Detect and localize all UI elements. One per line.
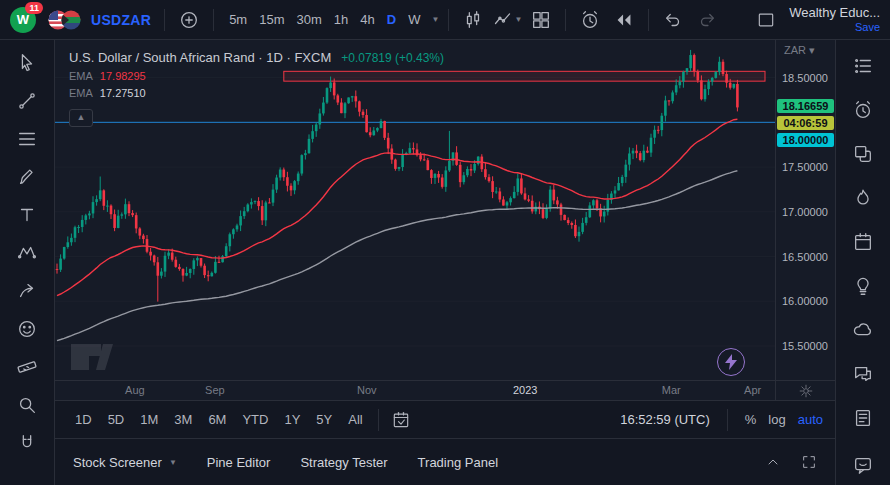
price-tick-label: 16.50000 (782, 251, 828, 263)
top-toolbar: W 11 USDZAR (0, 0, 890, 40)
layout-templates-icon[interactable] (848, 142, 878, 166)
ema-fast-label[interactable]: EMA (69, 68, 93, 85)
brush-tool-icon[interactable] (10, 164, 44, 190)
time-axis-label: 2023 (513, 384, 537, 396)
chart-canvas[interactable]: U.S. Dollar / South African Rand · 1D · … (55, 40, 775, 400)
ema-fast-value: 17.98295 (100, 68, 146, 85)
last-price-badge: 18.16659 (777, 99, 834, 113)
auto-scale-button[interactable]: auto (798, 412, 823, 427)
time-axis-label: Sep (205, 384, 225, 396)
log-scale-button[interactable]: log (768, 412, 785, 427)
collapse-legend-button[interactable]: ▲ (69, 109, 93, 127)
panel-expand-chevron-up-icon[interactable] (765, 454, 781, 470)
percent-scale-button[interactable]: % (745, 412, 757, 427)
watchlist-icon[interactable] (848, 54, 878, 78)
price-tick-label: 15.50000 (782, 340, 828, 352)
xabcd-pattern-tool-icon[interactable] (10, 240, 44, 266)
fib-retracement-tool-icon[interactable] (10, 126, 44, 152)
go-to-date-icon[interactable] (386, 406, 416, 434)
cursor-tool-icon[interactable] (10, 50, 44, 76)
chart-style-candles-icon[interactable] (458, 6, 488, 34)
alert-clock-icon[interactable] (575, 6, 605, 34)
ema-slow-value: 17.27510 (100, 85, 146, 102)
indicators-chevron-down-icon: ▼ (514, 15, 522, 24)
interval-4h[interactable]: 4h (354, 8, 380, 31)
range-5d-button[interactable]: 5D (100, 409, 133, 430)
drawing-toolbar (0, 40, 55, 485)
ema-slow-label[interactable]: EMA (69, 85, 93, 102)
range-1m-button[interactable]: 1M (132, 409, 166, 430)
save-button[interactable]: Save (855, 21, 880, 35)
interval-30m[interactable]: 30m (291, 8, 328, 31)
interval-5m[interactable]: 5m (223, 8, 253, 31)
measure-tool-icon[interactable] (10, 354, 44, 380)
price-tick-label: 17.00000 (782, 206, 828, 218)
interval-w[interactable]: W (402, 8, 426, 31)
chart-area: U.S. Dollar / South African Rand · 1D · … (55, 40, 835, 400)
tradingview-watermark-icon (69, 332, 115, 375)
range-1y-button[interactable]: 1Y (276, 409, 308, 430)
workspace-title-block: Wealthy Educ... Save (789, 5, 880, 35)
level-price-badge: 18.00000 (777, 133, 834, 147)
forecast-tool-icon[interactable] (10, 278, 44, 304)
range-ytd-button[interactable]: YTD (234, 409, 276, 430)
symbol-flags[interactable] (48, 10, 81, 30)
range-5y-button[interactable]: 5Y (308, 409, 340, 430)
indicators-icon[interactable]: ▼ (492, 6, 522, 34)
tab-trading-panel[interactable]: Trading Panel (418, 455, 498, 470)
layout-window-icon[interactable] (751, 6, 781, 34)
tab-strategy-tester[interactable]: Strategy Tester (300, 455, 387, 470)
layout-grid-icon[interactable] (526, 6, 556, 34)
tab-stock-screener[interactable]: Stock Screener▼ (73, 455, 177, 470)
instant-order-lightning-icon[interactable] (717, 348, 745, 376)
range-3m-button[interactable]: 3M (166, 409, 200, 430)
workspace-title[interactable]: Wealthy Educ... (789, 5, 880, 21)
bar-replay-icon[interactable] (609, 6, 639, 34)
za-flag-icon (61, 10, 81, 30)
magnet-tool-icon[interactable] (10, 430, 44, 456)
time-axis[interactable]: AugSepNov2023MarApr (55, 380, 775, 400)
support-chat-icon[interactable] (848, 453, 878, 477)
ideas-icon[interactable] (848, 274, 878, 298)
main-body: U.S. Dollar / South African Rand · 1D · … (0, 40, 890, 485)
toolbar-divider (378, 409, 379, 431)
hotlists-icon[interactable] (848, 186, 878, 210)
redo-icon[interactable] (692, 6, 722, 34)
bottom-panel: Stock Screener▼Pine EditorStrategy Teste… (55, 438, 835, 485)
price-scale[interactable]: ZAR ▾ 18.5000018.0000017.5000017.0000016… (775, 40, 835, 400)
intervals-chevron-down-icon[interactable]: ▼ (431, 15, 439, 24)
chat-icon[interactable] (848, 362, 878, 386)
compare-add-symbol-icon[interactable] (174, 6, 204, 34)
zoom-tool-icon[interactable] (10, 392, 44, 418)
alerts-icon[interactable] (848, 98, 878, 122)
symbol-name[interactable]: USDZAR (91, 12, 151, 28)
trend-line-tool-icon[interactable] (10, 88, 44, 114)
time-axis-label: Mar (662, 384, 681, 396)
news-icon[interactable] (848, 406, 878, 430)
range-6m-button[interactable]: 6M (200, 409, 234, 430)
clock[interactable]: 16:52:59 (UTC) (620, 412, 710, 427)
calendar-icon[interactable] (848, 230, 878, 254)
tab-pine-editor[interactable]: Pine Editor (207, 455, 271, 470)
bar-countdown-badge: 04:06:59 (777, 116, 834, 130)
interval-15m[interactable]: 15m (253, 8, 290, 31)
scale-currency-dropdown[interactable]: ZAR ▾ (784, 44, 815, 57)
scale-controls: 16:52:59 (UTC) % log auto (620, 409, 823, 431)
emoji-tool-icon[interactable] (10, 316, 44, 342)
date-range-buttons: 1D5D1M3M6MYTD1Y5YAll (67, 409, 371, 430)
range-1d-button[interactable]: 1D (67, 409, 100, 430)
app-logo[interactable]: W 11 (10, 7, 36, 33)
interval-1h[interactable]: 1h (328, 8, 354, 31)
undo-icon[interactable] (658, 6, 688, 34)
chart-title[interactable]: U.S. Dollar / South African Rand · 1D · … (69, 48, 331, 68)
panel-fullscreen-icon[interactable] (801, 454, 817, 470)
toolbar-divider (448, 9, 449, 31)
minds-icon[interactable] (848, 318, 878, 342)
panel-tabs: Stock Screener▼Pine EditorStrategy Teste… (73, 455, 498, 470)
text-tool-icon[interactable] (10, 202, 44, 228)
interval-d[interactable]: D (381, 8, 402, 31)
time-axis-label: Nov (357, 384, 377, 396)
scale-settings-gear-icon[interactable] (776, 380, 835, 400)
trading-platform: W 11 USDZAR (0, 0, 890, 485)
range-all-button[interactable]: All (340, 409, 370, 430)
